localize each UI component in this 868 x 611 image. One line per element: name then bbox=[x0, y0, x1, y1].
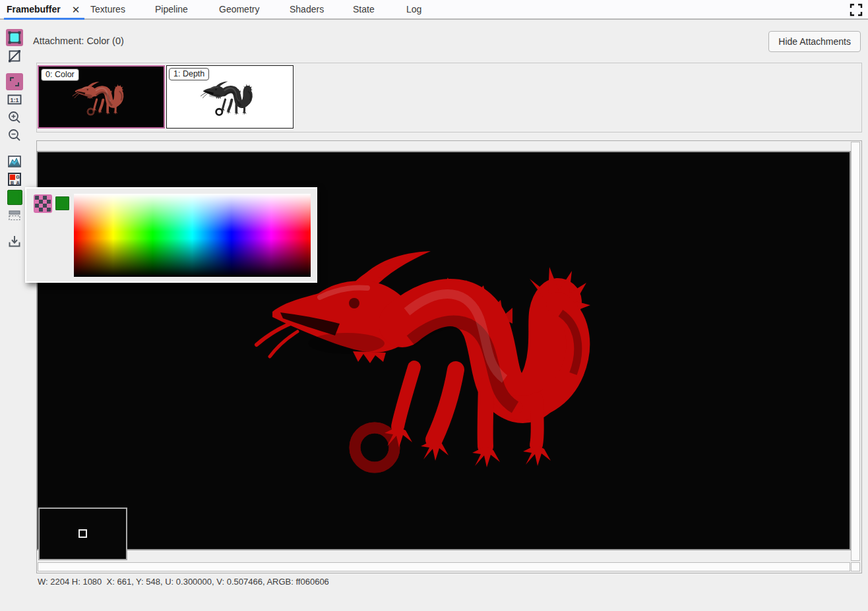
tab-pipeline-label: Pipeline bbox=[155, 4, 188, 15]
tab-geometry-label: Geometry bbox=[219, 4, 259, 15]
zoom-in-icon[interactable] bbox=[6, 109, 23, 126]
tab-log[interactable]: Log bbox=[404, 0, 424, 18]
close-icon[interactable]: ✕ bbox=[70, 4, 82, 15]
attachment-badge-depth: 1: Depth bbox=[169, 68, 209, 80]
actual-size-label: 1:1 bbox=[10, 97, 18, 103]
attachment-title: Attachment: Color (0) bbox=[33, 36, 124, 46]
attachment-thumb-depth[interactable]: 1: Depth bbox=[166, 65, 294, 129]
save-image-icon[interactable] bbox=[6, 233, 23, 250]
tab-framebuffer-label: Framebuffer bbox=[7, 4, 61, 15]
background-color-picker-popup bbox=[25, 187, 317, 283]
horizontal-scrollbar[interactable] bbox=[38, 562, 850, 571]
tab-framebuffer[interactable]: Framebuffer ✕ bbox=[4, 0, 84, 18]
checkerboard-swatch[interactable] bbox=[34, 194, 52, 213]
tab-state-label: State bbox=[353, 4, 375, 15]
tab-shaders[interactable]: Shaders bbox=[287, 0, 326, 18]
channel-a-label: A bbox=[16, 181, 19, 185]
histogram-icon[interactable] bbox=[6, 153, 23, 170]
flip-vertically-icon[interactable] bbox=[6, 206, 23, 223]
channel-g-label: G bbox=[16, 175, 20, 179]
attachment-thumb-color[interactable]: 0: Color bbox=[38, 65, 165, 129]
wireframe-icon[interactable] bbox=[6, 47, 23, 65]
tab-shaders-label: Shaders bbox=[290, 4, 324, 15]
vertical-scrollbar[interactable] bbox=[851, 142, 860, 561]
framebuffer-toolbar: 1:1 G B A bbox=[0, 20, 30, 611]
actual-size-icon[interactable]: 1:1 bbox=[6, 91, 23, 108]
minimap[interactable] bbox=[38, 508, 127, 560]
tab-pipeline[interactable]: Pipeline bbox=[152, 0, 191, 18]
color-channels-icon[interactable]: G B A bbox=[6, 171, 23, 188]
tab-textures[interactable]: Textures bbox=[88, 0, 128, 18]
hide-attachments-button[interactable]: Hide Attachments bbox=[768, 31, 861, 52]
background-color-swatch[interactable] bbox=[6, 189, 23, 206]
color-gradient-field[interactable] bbox=[74, 194, 311, 277]
minimap-view-rect[interactable] bbox=[78, 529, 87, 538]
tab-state[interactable]: State bbox=[350, 0, 377, 18]
tab-bar: Framebuffer ✕ Textures Pipeline Geometry… bbox=[0, 0, 868, 20]
channel-b-label: B bbox=[11, 181, 14, 185]
scrollbar-corner bbox=[851, 562, 860, 571]
attachments-strip: 0: Color 1: Depth bbox=[36, 63, 862, 132]
solid-color-swatch[interactable] bbox=[55, 196, 69, 210]
pixel-status-bar: W: 2204 H: 1080 X: 661, Y: 548, U: 0.300… bbox=[38, 577, 329, 587]
background-color-green bbox=[7, 190, 22, 205]
zoom-to-fit-icon[interactable] bbox=[6, 73, 23, 90]
color-buffer-icon[interactable] bbox=[6, 29, 23, 46]
tab-log-label: Log bbox=[406, 4, 421, 15]
attachment-badge-color: 0: Color bbox=[41, 69, 79, 81]
tab-geometry[interactable]: Geometry bbox=[216, 0, 262, 18]
zoom-out-icon[interactable] bbox=[6, 127, 23, 144]
fullscreen-icon[interactable] bbox=[850, 3, 863, 16]
tab-textures-label: Textures bbox=[90, 4, 125, 15]
